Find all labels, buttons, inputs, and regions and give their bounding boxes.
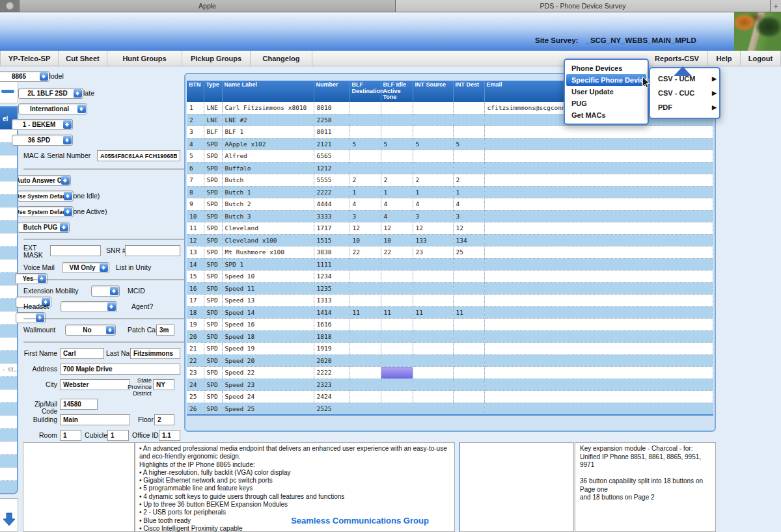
table-row[interactable]: 18SPDSpeed 14141411111111: [187, 306, 713, 319]
cell-blf-destination[interactable]: [349, 319, 381, 331]
cell-int-dest[interactable]: 3: [453, 210, 484, 222]
table-row[interactable]: 8SPDButch 122221111: [187, 186, 713, 198]
cell-blf-destination[interactable]: [349, 102, 381, 114]
cell-int-dest[interactable]: [453, 403, 484, 415]
extension-mobility-select[interactable]: [91, 286, 120, 297]
tab-pds[interactable]: PDS - Phone Device Survey: [396, 0, 771, 12]
cell-btn[interactable]: 26: [187, 403, 204, 415]
cell-number[interactable]: 1919: [314, 343, 349, 355]
cell-number[interactable]: 1616: [314, 319, 349, 331]
cell-btn[interactable]: 23: [187, 367, 204, 379]
ring-active-select[interactable]: Use System Default: [18, 206, 74, 217]
wallmount-select[interactable]: No: [65, 325, 116, 336]
table-row[interactable]: 20SPDSpeed 181818: [187, 330, 713, 343]
table-row[interactable]: 13SPDMt Rushmore x100383822222325: [187, 246, 713, 259]
table-row[interactable]: 23SPDSpeed 222222: [187, 367, 713, 379]
menu-option-user-update[interactable]: User Update: [565, 86, 648, 98]
cell-number[interactable]: 1212: [314, 162, 349, 174]
cell-btn[interactable]: 25: [187, 391, 204, 403]
call-restrictions-select[interactable]: International: [18, 103, 87, 114]
cell-int-dest[interactable]: 4: [453, 198, 484, 211]
cell-blf-idle-active-tone[interactable]: [381, 403, 413, 415]
left-strip-row[interactable]: [0, 429, 17, 442]
building-input[interactable]: [60, 414, 130, 425]
cell-blf-destination[interactable]: [349, 330, 381, 343]
cell-int-source[interactable]: [413, 403, 453, 415]
menu-item-changelog[interactable]: Changelog: [251, 51, 312, 66]
cell-number[interactable]: 1414: [314, 306, 349, 319]
cell-btn[interactable]: 1: [187, 102, 204, 114]
voice-mail-select[interactable]: VM Only: [62, 262, 109, 273]
cell-type[interactable]: SPD: [204, 282, 222, 295]
cell-blf-destination[interactable]: [349, 126, 381, 139]
cell-name-label[interactable]: Speed 25: [222, 403, 314, 415]
cell-type[interactable]: SPD: [204, 198, 222, 211]
cell-email[interactable]: [484, 379, 713, 391]
cell-number[interactable]: 2020: [314, 354, 349, 367]
cell-blf-idle-active-tone[interactable]: 12: [381, 222, 413, 235]
cell-type[interactable]: SPD: [204, 222, 222, 235]
cell-blf-destination[interactable]: 22: [349, 246, 381, 259]
menu-item-hunt-groups[interactable]: Hunt Groups: [107, 51, 182, 66]
left-strip-row[interactable]: [0, 220, 17, 233]
cell-int-source[interactable]: [413, 343, 453, 355]
cell-name-label[interactable]: Speed 14: [222, 306, 314, 319]
cell-email[interactable]: [484, 174, 713, 187]
cell-type[interactable]: SPD: [204, 246, 222, 259]
cell-email[interactable]: [484, 234, 713, 246]
left-strip-row[interactable]: [0, 259, 17, 273]
cell-btn[interactable]: 8: [187, 186, 204, 198]
cell-number[interactable]: 2121: [314, 138, 349, 150]
cell-number[interactable]: 1234: [314, 271, 349, 283]
download-arrow-icon[interactable]: [2, 512, 16, 527]
cell-number[interactable]: 1111: [314, 258, 349, 271]
cell-btn[interactable]: 5: [187, 150, 204, 163]
cell-int-source[interactable]: 3: [413, 210, 453, 222]
cell-email[interactable]: [484, 150, 713, 163]
new-tab-button[interactable]: +: [771, 0, 781, 12]
cell-blf-destination[interactable]: [349, 367, 381, 379]
ring-idle-select[interactable]: Use System Default: [18, 191, 74, 202]
cell-email[interactable]: [484, 343, 713, 355]
cell-type[interactable]: SPD: [204, 403, 222, 415]
cell-name-label[interactable]: Carl Fitzsimmons x8010: [222, 102, 314, 114]
menu-option-phone-devices[interactable]: Phone Devices: [565, 62, 648, 74]
cell-type[interactable]: SPD: [204, 319, 222, 331]
cell-email[interactable]: [484, 391, 713, 403]
cell-blf-idle-active-tone[interactable]: 11: [381, 306, 413, 319]
cell-int-source[interactable]: 2: [413, 174, 453, 187]
cell-email[interactable]: [484, 354, 713, 367]
cell-btn[interactable]: 17: [187, 295, 204, 307]
cell-int-dest[interactable]: [453, 391, 484, 403]
menu-item-yp-telco-sp[interactable]: YP-Telco-SP: [0, 51, 59, 66]
cell-number[interactable]: 8010: [314, 102, 349, 114]
cell-int-dest[interactable]: [453, 150, 484, 163]
cell-blf-idle-active-tone[interactable]: [381, 162, 413, 174]
table-row[interactable]: 6SPDBuffalo1212: [187, 162, 713, 174]
cell-number[interactable]: 4444: [314, 198, 349, 211]
cell-blf-destination[interactable]: [349, 271, 381, 283]
stepper-icon[interactable]: [107, 302, 116, 311]
menu-option-specific-phone-devices[interactable]: Specific Phone Devices: [566, 74, 646, 86]
cell-type[interactable]: SPD: [204, 150, 222, 163]
cell-email[interactable]: [484, 403, 713, 415]
menu-item-logout[interactable]: Logout: [741, 51, 781, 66]
cell-blf-idle-active-tone[interactable]: [381, 319, 413, 331]
cell-int-dest[interactable]: 11: [453, 306, 484, 319]
patch-cable-input[interactable]: [156, 325, 174, 336]
stepper-icon[interactable]: [40, 72, 48, 81]
auto-answer-select[interactable]: Auto Answer Off: [18, 175, 71, 186]
table-row[interactable]: 26SPDSpeed 252525: [187, 403, 713, 415]
cell-btn[interactable]: 6: [187, 162, 204, 174]
cell-btn[interactable]: 16: [187, 282, 204, 295]
cell-name-label[interactable]: Speed 13: [222, 295, 314, 307]
side-car-pbt-select[interactable]: 36 SPD: [12, 135, 73, 146]
cell-name-label[interactable]: Speed 10: [222, 271, 314, 283]
cell-int-source[interactable]: [413, 102, 453, 114]
cell-int-source[interactable]: [413, 319, 453, 331]
stepper-icon[interactable]: [110, 287, 118, 295]
cell-int-dest[interactable]: [453, 114, 484, 126]
cell-type[interactable]: BLF: [204, 126, 222, 139]
cell-btn[interactable]: 2: [187, 114, 204, 126]
cell-blf-idle-active-tone[interactable]: 4: [381, 198, 413, 211]
